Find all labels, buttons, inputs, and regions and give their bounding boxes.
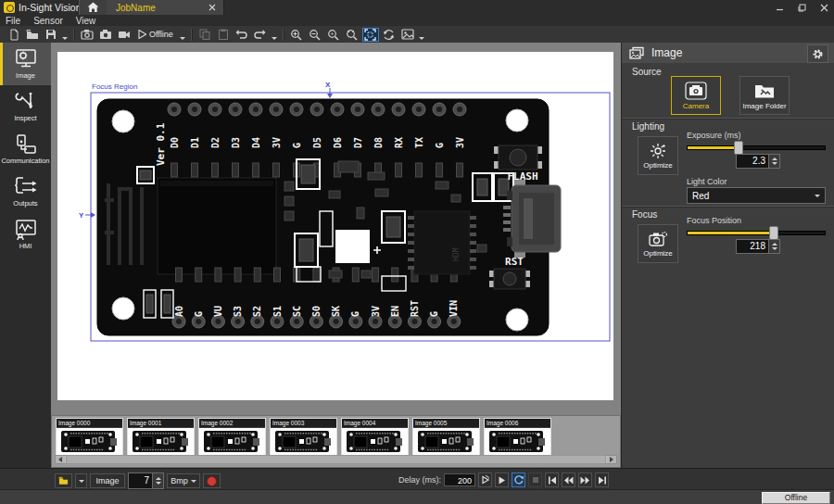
count-increment[interactable] <box>156 477 161 480</box>
last-image-button[interactable] <box>595 472 609 487</box>
pin-label: G <box>194 311 204 317</box>
exposure-label: Exposure (ms) <box>687 131 741 140</box>
focus-optimize-button[interactable]: Optimize <box>638 224 678 263</box>
save-job-button[interactable] <box>43 28 59 42</box>
trigger-camera-button[interactable] <box>97 28 114 42</box>
filmstrip-thumbnail[interactable]: Image 0006 <box>484 418 551 455</box>
focus-position-slider[interactable] <box>687 226 824 237</box>
folder-dropdown-button[interactable] <box>75 473 87 488</box>
sidebar-item-hmi[interactable]: HMI <box>0 213 51 256</box>
paste-button[interactable] <box>215 28 232 42</box>
pin-label: SK <box>331 306 341 317</box>
filmstrip-thumbnail[interactable]: Image 0000 <box>56 418 123 455</box>
outputs-icon <box>14 176 38 198</box>
image-format-value: Bmp <box>171 476 188 485</box>
previous-image-button[interactable] <box>562 472 575 487</box>
thumbnail-label: Image 0000 <box>57 419 122 428</box>
zoom-actual-button[interactable] <box>325 28 342 42</box>
play-button[interactable] <box>495 472 509 487</box>
camera-icon <box>685 82 707 100</box>
open-job-button[interactable] <box>24 28 41 42</box>
zoom-out-button[interactable] <box>307 28 323 42</box>
first-image-button[interactable] <box>545 472 559 487</box>
run-once-button[interactable] <box>478 472 492 487</box>
refresh-image-button[interactable] <box>381 28 398 42</box>
filmstrip-thumbnail[interactable]: Image 0002 <box>198 418 266 455</box>
zoom-fit-button[interactable] <box>362 28 379 42</box>
focus-section-label: Focus <box>632 209 657 220</box>
source-image-folder-label: Image Folder <box>742 102 786 110</box>
sidebar-item-outputs[interactable]: Outputs <box>0 170 51 213</box>
focus-position-spinbox[interactable]: 218 <box>736 239 780 254</box>
sidebar-item-label: Communication <box>1 158 49 165</box>
sidebar-item-label: Inspect <box>14 115 36 122</box>
panel-title: Image <box>651 46 682 59</box>
exposure-increment[interactable] <box>772 158 777 160</box>
menu-view[interactable]: View <box>70 16 103 26</box>
save-dropdown-caret[interactable] <box>61 26 69 43</box>
pin-label: TX <box>414 137 424 148</box>
filmstrip-thumbnail[interactable]: Image 0004 <box>341 418 409 455</box>
new-job-button[interactable] <box>6 28 22 42</box>
pcb-board: D0D1D2D3D43VGD5D6D7D8RXTXG3V A0GVUS3S2S1… <box>97 99 561 335</box>
next-image-button[interactable] <box>578 472 592 487</box>
playback-source-button[interactable]: Image <box>90 473 125 488</box>
delay-input[interactable]: 200 <box>444 473 475 486</box>
live-camera-button[interactable] <box>79 28 95 42</box>
online-offline-toggle[interactable]: Offline <box>133 28 178 42</box>
menu-file[interactable]: File <box>0 16 27 26</box>
sidebar-item-inspect[interactable]: Inspect <box>0 85 51 128</box>
tab-home[interactable] <box>79 0 107 15</box>
loop-button[interactable] <box>512 472 525 487</box>
exposure-decrement[interactable] <box>772 162 777 165</box>
exposure-spinbox[interactable]: 2.3 <box>736 154 780 169</box>
image-viewport[interactable]: D0D1D2D3D43VGD5D6D7D8RXTXG3V A0GVUS3S2S1… <box>51 43 621 415</box>
scroll-right-icon[interactable] <box>607 456 616 463</box>
pin-label: D6 <box>333 137 343 148</box>
lighting-optimize-button[interactable]: Optimize <box>638 136 678 175</box>
settings-gear-button[interactable] <box>807 44 828 63</box>
zoom-in-button[interactable] <box>288 28 305 42</box>
zoom-dropdown-caret[interactable] <box>418 26 425 43</box>
show-image-button[interactable] <box>399 28 416 42</box>
light-color-select[interactable]: Red <box>687 187 826 204</box>
focus-increment[interactable] <box>772 243 777 246</box>
redo-button[interactable] <box>252 28 269 42</box>
thumbnail-image <box>128 428 194 455</box>
tab-close-icon[interactable] <box>208 4 217 12</box>
source-image-folder-button[interactable]: Image Folder <box>739 76 790 115</box>
filmstrip-thumbnail[interactable]: Image 0001 <box>127 418 195 455</box>
offline-dropdown-caret[interactable] <box>179 26 186 43</box>
pin-label: D3 <box>231 137 241 148</box>
filmstrip-scrollbar[interactable] <box>55 455 617 464</box>
focus-decrement[interactable] <box>772 247 777 250</box>
image-count-spinbox[interactable]: 7 <box>128 472 164 489</box>
filmstrip-thumbnail[interactable]: Image 0003 <box>270 418 337 455</box>
count-decrement[interactable] <box>156 482 161 485</box>
undo-button[interactable] <box>234 28 250 42</box>
sidebar-item-image[interactable]: Image <box>0 43 51 85</box>
record-button[interactable] <box>203 473 221 488</box>
pin-label: VIN <box>449 300 459 317</box>
filmstrip-thumbnail[interactable]: Image 0005 <box>412 418 480 455</box>
close-button[interactable] <box>819 3 828 12</box>
pin-label: VU <box>213 306 223 317</box>
image-format-select[interactable]: Bmp <box>167 473 200 488</box>
scroll-left-icon[interactable] <box>56 456 65 463</box>
record-images-button[interactable] <box>116 28 133 42</box>
tab-jobname[interactable]: JobName <box>107 0 224 15</box>
copy-button[interactable] <box>196 28 213 42</box>
source-camera-button[interactable]: Camera <box>671 76 721 115</box>
exposure-slider[interactable] <box>687 141 824 152</box>
minimize-button[interactable] <box>775 3 784 12</box>
record-folder-button[interactable] <box>55 473 72 488</box>
thumbnail-label: Image 0002 <box>199 419 265 428</box>
maximize-button[interactable] <box>797 3 806 12</box>
sidebar-item-communication[interactable]: Communication <box>0 128 51 170</box>
scrollbar-thumb[interactable] <box>66 455 606 464</box>
zoom-region-button[interactable] <box>344 28 360 42</box>
undo-dropdown-caret[interactable] <box>271 26 278 43</box>
sidebar-item-label: HMI <box>19 243 32 250</box>
stop-button[interactable] <box>528 472 542 487</box>
menu-sensor[interactable]: Sensor <box>27 16 70 26</box>
